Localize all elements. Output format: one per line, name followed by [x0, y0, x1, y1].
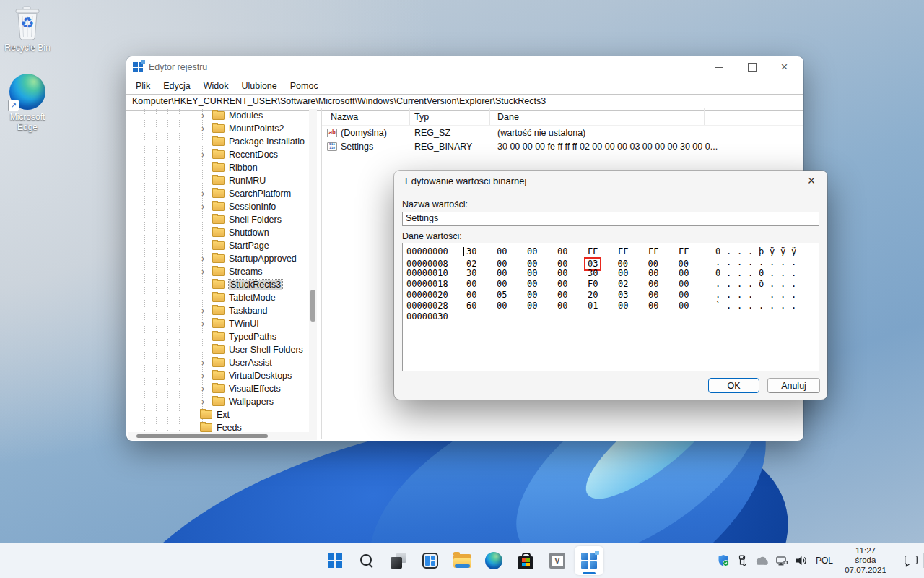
tree-item-stuckrects3[interactable]: StuckRects3 — [126, 278, 309, 291]
column-header-dane[interactable]: Dane — [490, 108, 705, 125]
menu-plik[interactable]: Plik — [129, 81, 157, 91]
hex-offset: 00000028 — [406, 301, 466, 311]
hex-byte: 00 — [648, 290, 679, 301]
chevron-right-icon[interactable]: › — [201, 358, 212, 367]
menu-widok[interactable]: Widok — [197, 81, 235, 91]
ascii-char: . — [715, 257, 726, 268]
chevron-right-icon[interactable]: › — [201, 202, 212, 211]
desktop-icon-microsoft-edge[interactable]: ↗ Microsoft Edge — [1, 74, 53, 132]
ascii-char: . — [780, 279, 791, 290]
tree-item-ext[interactable]: Ext — [126, 408, 309, 421]
menu-ulubione[interactable]: Ulubione — [235, 81, 283, 91]
usb-icon[interactable] — [736, 555, 748, 567]
tree-item-userassist[interactable]: ›UserAssist — [126, 356, 309, 369]
menu-edycja[interactable]: Edycja — [157, 81, 197, 91]
tree-item-twinui[interactable]: ›TWinUI — [126, 317, 309, 330]
hex-ascii-column: ........ — [715, 257, 802, 268]
chevron-right-icon[interactable]: › — [201, 150, 212, 159]
tree-item-package-installatio[interactable]: Package Installatio — [126, 135, 309, 148]
edge-button[interactable] — [479, 546, 508, 575]
tree-item-visualeffects[interactable]: ›VisualEffects — [126, 382, 309, 395]
folder-icon — [212, 306, 225, 315]
v-app-button[interactable]: V — [543, 546, 572, 575]
tree-item-startupapproved[interactable]: ›StartupApproved — [126, 252, 309, 265]
language-indicator[interactable]: POL — [814, 556, 834, 566]
task-view-button[interactable] — [384, 546, 413, 575]
dialog-close-button[interactable]: × — [800, 171, 823, 191]
tree-item-label: TabletMode — [229, 293, 276, 303]
tree-item-runmru[interactable]: RunMRU — [126, 174, 309, 187]
chevron-right-icon[interactable]: › — [201, 397, 212, 406]
widgets-button[interactable] — [416, 546, 445, 575]
menu-pomoc[interactable]: Pomoc — [284, 81, 325, 91]
value-row[interactable]: ab(Domyślna)REG_SZ(wartość nie ustalona) — [322, 126, 803, 139]
desktop-icon-recycle-bin[interactable]: ♻ Recycle Bin — [1, 6, 53, 53]
folder-icon — [212, 397, 225, 406]
tree-item-shutdown[interactable]: Shutdown — [126, 226, 309, 239]
chevron-right-icon[interactable]: › — [201, 371, 212, 380]
tree-horizontal-scrollbar[interactable] — [128, 432, 317, 440]
hex-byte: 00 — [497, 279, 527, 290]
ok-button[interactable]: OK — [708, 378, 759, 393]
tree-item-tabletmode[interactable]: TabletMode — [126, 291, 309, 304]
tree-item-sessioninfo[interactable]: ›SessionInfo — [126, 200, 309, 213]
column-header-nazwa[interactable]: Nazwa — [322, 108, 410, 125]
chevron-right-icon[interactable]: › — [201, 319, 212, 328]
tree-item-label: VirtualDesktops — [229, 371, 292, 381]
tree-item-label: StartPage — [229, 241, 269, 251]
hex-byte: 00 — [527, 279, 557, 290]
tree-item-shell-folders[interactable]: Shell Folders — [126, 213, 309, 226]
tree-item-user-shell-folders[interactable]: User Shell Folders — [126, 343, 309, 356]
registry-editor-taskbar-button[interactable] — [575, 546, 603, 575]
chevron-right-icon[interactable]: › — [201, 189, 212, 198]
onedrive-cloud-icon[interactable] — [754, 556, 769, 566]
network-icon[interactable] — [775, 555, 788, 566]
chevron-right-icon[interactable]: › — [201, 306, 212, 315]
close-button[interactable]: × — [768, 56, 801, 78]
chevron-right-icon[interactable]: › — [201, 124, 212, 133]
start-button[interactable] — [321, 546, 349, 575]
hex-editor[interactable]: 0000000030000000FEFFFFFF0...þÿÿÿ00000008… — [402, 243, 819, 371]
folder-icon — [212, 319, 225, 328]
store-button[interactable] — [511, 546, 540, 575]
notification-center-button[interactable] — [904, 554, 918, 567]
volume-icon[interactable] — [795, 555, 808, 566]
tree-item-recentdocs[interactable]: ›RecentDocs — [126, 148, 309, 161]
tree-item-feeds[interactable]: Feeds — [126, 421, 309, 432]
tree-item-label: Shutdown — [229, 228, 269, 238]
hex-row: 0000000030000000FEFFFFFF0...þÿÿÿ — [406, 246, 819, 257]
tree-item-streams[interactable]: ›Streams — [126, 265, 309, 278]
tree-item-wallpapers[interactable]: ›Wallpapers — [126, 395, 309, 408]
tree-item-searchplatform[interactable]: ›SearchPlatform — [126, 187, 309, 200]
text-caret — [463, 247, 464, 256]
tree-vertical-scrollbar[interactable] — [309, 109, 317, 432]
tree-item-mountpoints2[interactable]: ›MountPoints2 — [126, 122, 309, 135]
tree-item-modules[interactable]: ›Modules — [126, 109, 309, 122]
tree-item-virtualdesktops[interactable]: ›VirtualDesktops — [126, 369, 309, 382]
value-name-input[interactable]: Settings — [402, 212, 819, 226]
chevron-right-icon[interactable]: › — [201, 111, 212, 120]
minimize-button[interactable] — [703, 56, 736, 78]
tree-item-taskband[interactable]: ›Taskband — [126, 304, 309, 317]
tree-item-startpage[interactable]: StartPage — [126, 239, 309, 252]
cancel-button[interactable]: Anuluj — [767, 378, 820, 393]
value-type-cell: REG_SZ — [410, 128, 490, 138]
chevron-right-icon[interactable]: › — [201, 267, 212, 276]
ascii-char: 0 — [759, 268, 770, 279]
tree-item-typedpaths[interactable]: TypedPaths — [126, 330, 309, 343]
window-title: Edytor rejestru — [149, 62, 207, 72]
chevron-right-icon[interactable]: › — [201, 384, 212, 393]
maximize-button[interactable] — [736, 56, 768, 78]
tree-item-ribbon[interactable]: Ribbon — [126, 161, 309, 174]
search-button[interactable] — [352, 546, 381, 575]
file-explorer-button[interactable] — [448, 546, 476, 575]
scrollbar-thumb[interactable] — [136, 434, 268, 438]
title-bar[interactable]: Edytor rejestru — [126, 56, 803, 78]
column-header-typ[interactable]: Typ — [410, 108, 490, 125]
chevron-right-icon[interactable]: › — [201, 254, 212, 263]
hex-byte: 00 — [466, 279, 497, 290]
security-shield-icon[interactable] — [717, 554, 730, 567]
scrollbar-thumb[interactable] — [310, 290, 315, 322]
clock[interactable]: 11:27 środa 07.07.2021 — [841, 546, 890, 576]
value-row[interactable]: 011 110SettingsREG_BINARY30 00 00 00 fe … — [322, 139, 803, 153]
